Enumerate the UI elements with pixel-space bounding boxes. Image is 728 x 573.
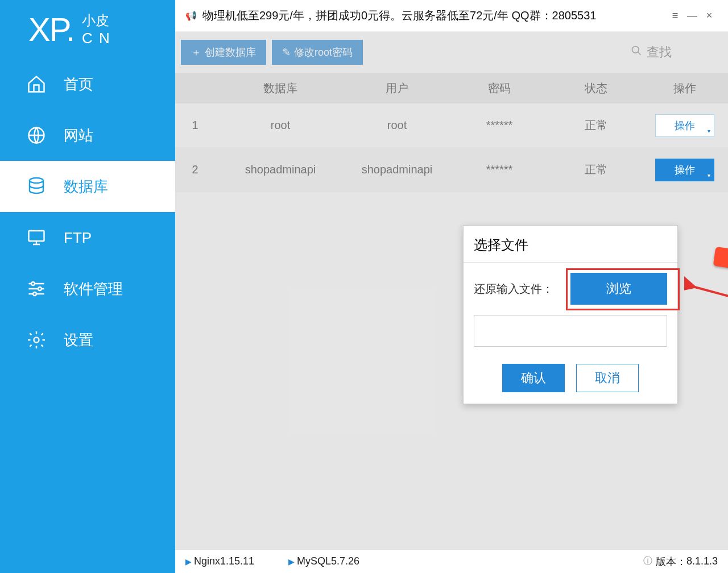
select-file-modal: 选择文件 还原输入文件： 浏览 确认 取消 (463, 225, 678, 404)
play-icon: ▶ (185, 557, 192, 566)
sidebar-item-label: 数据库 (64, 177, 108, 197)
caret-down-icon: ▾ (708, 128, 710, 134)
sidebar-item-software[interactable]: 软件管理 (0, 263, 175, 314)
database-icon (26, 176, 47, 197)
sidebar-item-label: 设置 (64, 330, 93, 350)
logo: XP. 小皮 C N (0, 0, 175, 59)
logo-main: XP. (28, 10, 74, 48)
ftp-icon (26, 227, 47, 248)
globe-icon (26, 125, 47, 146)
titlebar: 📢 物理机低至299元/年，拼团成功0元得。云服务器低至72元/年 QQ群：28… (175, 0, 728, 32)
svg-point-1 (30, 178, 43, 183)
sliders-icon (26, 279, 47, 299)
svg-rect-2 (29, 231, 44, 241)
sidebar-item-label: 软件管理 (64, 279, 123, 299)
confirm-button[interactable]: 确认 (502, 364, 565, 392)
svg-point-3 (31, 282, 35, 285)
cancel-button[interactable]: 取消 (576, 364, 639, 392)
logo-sub1: 小皮 (82, 11, 111, 30)
svg-point-4 (38, 287, 42, 290)
sidebar-item-settings[interactable]: 设置 (0, 314, 175, 366)
main: 📢 物理机低至299元/年，拼团成功0元得。云服务器低至72元/年 QQ群：28… (175, 0, 728, 573)
row-action-button[interactable]: 操作 ▾ (655, 114, 714, 137)
minimize-button[interactable]: — (684, 10, 701, 22)
close-button[interactable]: × (701, 10, 718, 22)
sidebar-item-label: 首页 (64, 74, 93, 94)
status-version: ⓘ 版本： 8.1.1.3 (643, 555, 718, 568)
svg-point-5 (33, 292, 36, 296)
browse-button[interactable]: 浏览 (570, 273, 667, 305)
info-icon: ⓘ (643, 555, 652, 567)
gear-icon (26, 330, 47, 350)
sidebar-item-label: FTP (64, 229, 92, 247)
play-icon: ▶ (288, 557, 295, 566)
logo-sub2: C N (82, 30, 111, 47)
menu-icon[interactable]: ≡ (667, 10, 684, 22)
statusbar: ▶ Nginx1.15.11 ▶ MySQL5.7.26 ⓘ 版本： 8.1.1… (175, 549, 728, 573)
row-action-button[interactable]: 操作 ▾ (655, 159, 714, 181)
sidebar-item-label: 网站 (64, 126, 93, 146)
edge-badge-icon (713, 247, 728, 268)
sidebar: XP. 小皮 C N 首页 网站 数据库 (0, 0, 175, 573)
restore-file-input[interactable] (474, 315, 667, 347)
sidebar-item-database[interactable]: 数据库 (0, 161, 175, 212)
caret-down-icon: ▾ (708, 172, 710, 178)
status-mysql[interactable]: ▶ MySQL5.7.26 (288, 555, 359, 567)
status-nginx[interactable]: ▶ Nginx1.15.11 (185, 555, 254, 567)
sidebar-item-ftp[interactable]: FTP (0, 212, 175, 263)
restore-file-label: 还原输入文件： (474, 281, 553, 297)
content-area: ＋ 创建数据库 ✎ 修改root密码 查找 数据库 用户 密码 (175, 32, 728, 549)
modal-title: 选择文件 (464, 226, 677, 263)
svg-point-6 (34, 338, 39, 343)
sidebar-item-website[interactable]: 网站 (0, 110, 175, 161)
speaker-icon: 📢 (185, 10, 197, 21)
announcement-text: 物理机低至299元/年，拼团成功0元得。云服务器低至72元/年 QQ群：2805… (202, 8, 596, 23)
sidebar-item-home[interactable]: 首页 (0, 59, 175, 110)
home-icon (26, 74, 47, 94)
